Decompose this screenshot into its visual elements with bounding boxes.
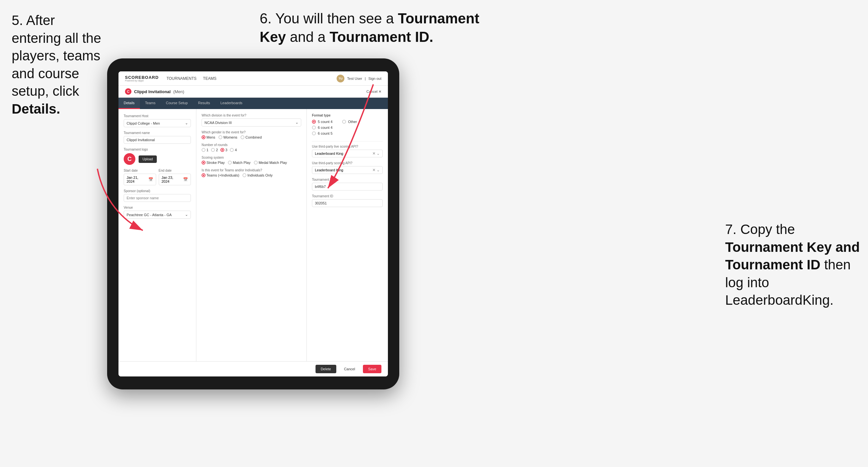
format-other-radio[interactable] (342, 120, 346, 124)
name-input[interactable] (124, 136, 191, 144)
tournament-logo: C (125, 88, 131, 95)
footer-cancel-button[interactable]: Cancel (339, 365, 360, 373)
individuals-only-radio[interactable] (243, 173, 246, 177)
gender-radio-group: Mens Womens Combined (202, 135, 301, 139)
scoring-match[interactable]: Match Play (228, 161, 250, 164)
round-1-label: 1 (207, 148, 208, 152)
format-6count4[interactable]: 6 count 4 (312, 126, 332, 129)
sign-out-link[interactable]: Sign out (368, 76, 381, 81)
scoring-stroke-label: Stroke Play (207, 161, 225, 164)
round-4[interactable]: 4 (230, 148, 237, 152)
tab-details[interactable]: Details (119, 98, 140, 109)
tournament-key-group: Tournament Key b4f6b7 (312, 178, 383, 190)
venue-field-group: Venue Peachtree GC - Atlanta - GA ⌄ (124, 206, 191, 219)
tab-results[interactable]: Results (193, 98, 215, 109)
gender-mens[interactable]: Mens (202, 135, 215, 139)
cancel-button[interactable]: Cancel ✕ (367, 90, 381, 94)
gender-combined[interactable]: Combined (241, 135, 261, 139)
format-6count4-label: 6 count 4 (318, 126, 332, 129)
round-2-label: 2 (216, 148, 218, 152)
scoring-stroke-radio[interactable] (202, 161, 206, 164)
teams-label: Is this event for Teams and/or Individua… (202, 168, 301, 172)
tab-teams[interactable]: Teams (140, 98, 161, 109)
third-party-1-select[interactable]: Leaderboard King ✕ ⌄ (312, 150, 383, 157)
gender-mens-label: Mens (207, 135, 215, 139)
format-6count5-radio[interactable] (312, 131, 316, 135)
nav-links: TOURNAMENTS TEAMS (166, 76, 217, 81)
tournament-id-label: Tournament ID (312, 194, 383, 198)
gender-mens-radio[interactable] (202, 135, 206, 139)
third-party-1-value: Leaderboard King (315, 152, 343, 155)
host-select[interactable]: Clippd College - Men ⌄ (124, 119, 191, 127)
gender-womens-radio[interactable] (218, 135, 222, 139)
individuals-only[interactable]: Individuals Only (243, 173, 273, 177)
format-6count4-radio[interactable] (312, 126, 316, 129)
round-2[interactable]: 2 (211, 148, 218, 152)
round-3-radio[interactable] (220, 148, 224, 152)
scoring-match-radio[interactable] (228, 161, 232, 164)
teams-plus-individuals[interactable]: Teams (+Individuals) (202, 173, 239, 177)
logo-section: C Upload (124, 153, 191, 165)
header-right: TU Test User | Sign out (337, 75, 381, 83)
format-other[interactable]: Other (342, 120, 357, 124)
nav-tournaments[interactable]: TOURNAMENTS (166, 76, 196, 81)
scoring-medal-radio[interactable] (254, 161, 258, 164)
app-header: SCOREBOARD Powered by clippd TOURNAMENTS… (119, 71, 388, 86)
format-6count5[interactable]: 6 count 5 (312, 131, 332, 135)
teams-field-group: Is this event for Teams and/or Individua… (202, 168, 301, 177)
tabs-bar: Details Teams Course Setup Results Leade… (119, 98, 388, 109)
upload-button[interactable]: Upload (138, 155, 157, 163)
teams-plus-radio[interactable] (202, 173, 206, 177)
end-date-input[interactable]: Jan 23, 2024 📅 (159, 174, 191, 185)
division-value: NCAA Division III (205, 121, 232, 125)
nav-teams[interactable]: TEAMS (203, 76, 216, 81)
format-5count4-radio[interactable] (312, 120, 316, 124)
tournament-key-value: b4f6b7 (312, 183, 383, 190)
scoring-stroke[interactable]: Stroke Play (202, 161, 225, 164)
gender-field-group: Which gender is the event for? Mens Wome… (202, 130, 301, 139)
delete-button[interactable]: Delete (315, 365, 336, 373)
round-2-radio[interactable] (211, 148, 215, 152)
tab-course-setup[interactable]: Course Setup (161, 98, 193, 109)
gender-womens-label: Womens (223, 135, 237, 139)
venue-select[interactable]: Peachtree GC - Atlanta - GA ⌄ (124, 211, 191, 219)
sponsor-input[interactable] (124, 194, 191, 202)
venue-value: Peachtree GC - Atlanta - GA (127, 213, 172, 217)
app-logo: SCOREBOARD Powered by clippd (125, 75, 159, 82)
round-1[interactable]: 1 (202, 148, 208, 152)
tab-leaderboards[interactable]: Leaderboards (215, 98, 248, 109)
main-content: Tournament Host Clippd College - Men ⌄ T… (119, 109, 388, 361)
format-other-label: Other (348, 120, 357, 124)
sponsor-field-group: Sponsor (optional) (124, 189, 191, 202)
tournament-header: C Clippd Invitational (Men) Cancel ✕ (119, 86, 388, 98)
format-field-group: Format type 5 count 4 6 count 4 (312, 114, 383, 137)
third-party-2-select[interactable]: Leaderboard King ✕ ⌄ (312, 166, 383, 174)
host-label: Tournament Host (124, 114, 191, 118)
gender-combined-radio[interactable] (241, 135, 244, 139)
third-party-1-clear[interactable]: ✕ ⌄ (372, 151, 380, 156)
round-1-radio[interactable] (202, 148, 206, 152)
annotation-top: 6. You will then see a Tournament Key an… (260, 9, 487, 46)
round-4-radio[interactable] (230, 148, 234, 152)
pipe: | (365, 76, 366, 81)
division-label: Which division is the event for? (202, 114, 301, 117)
tournament-id-group: Tournament ID 302051 (312, 194, 383, 207)
start-date-input[interactable]: Jan 21, 2024 📅 (124, 174, 156, 185)
annotation-left: 5. After entering all the players, teams… (12, 12, 102, 118)
scoring-field-group: Scoring system Stroke Play Match Play (202, 156, 301, 164)
scoring-radio-group: Stroke Play Match Play Medal Match Play (202, 161, 301, 164)
end-date-value: Jan 23, 2024 (162, 176, 182, 183)
round-3[interactable]: 3 (220, 148, 227, 152)
division-select[interactable]: NCAA Division III ⌄ (202, 119, 301, 127)
third-party-2-clear[interactable]: ✕ ⌄ (372, 168, 380, 172)
user-name: Test User (347, 76, 362, 81)
save-button[interactable]: Save (363, 365, 381, 373)
division-field-group: Which division is the event for? NCAA Di… (202, 114, 301, 127)
tournament-id-value: 302051 (312, 199, 383, 207)
scoring-medal[interactable]: Medal Match Play (254, 161, 287, 164)
logo-text: SCOREBOARD (125, 75, 159, 80)
start-calendar-icon: 📅 (148, 177, 153, 182)
annotation-right-text: 7. Copy the Tournament Key and Tournamen… (725, 222, 860, 308)
format-5count4[interactable]: 5 count 4 (312, 120, 332, 124)
gender-womens[interactable]: Womens (218, 135, 237, 139)
